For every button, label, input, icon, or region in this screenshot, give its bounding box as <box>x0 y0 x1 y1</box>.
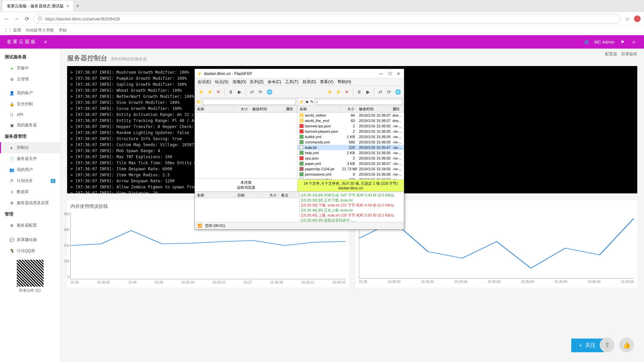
file-row[interactable]: bukkit.yml 1 KB 2019/1/16 15:36:05 -rw-.… <box>298 134 404 139</box>
connect-icon[interactable]: ⚡ <box>325 88 333 96</box>
url-bar[interactable]: ⓘ https://docker.i8mc.cn/server/820/6418 <box>34 14 621 23</box>
user-label: MC Admin <box>594 40 614 45</box>
close-button[interactable]: ✕ <box>395 71 402 76</box>
file-row[interactable]: server.properties 772 2019/1/16 15:36:07… <box>298 177 404 179</box>
forward-button[interactable]: → <box>13 15 20 22</box>
transfer-icon[interactable]: ⇄ <box>376 88 384 96</box>
pause-icon[interactable]: ⏸ <box>227 88 235 96</box>
file-row[interactable]: eula.txt 220 2019/1/16 15:35:47 -rw-... <box>298 145 404 150</box>
globe-icon[interactable]: 🌐 <box>265 88 273 96</box>
sidebar-item-account[interactable]: 👤我的账户 <box>0 87 60 99</box>
bookmark-start[interactable]: 开始 <box>59 27 67 33</box>
file-row[interactable]: paper.yml 3 KB 2019/1/16 15:36:07 -rw-..… <box>298 161 404 166</box>
col-size[interactable]: 大小 <box>233 106 250 112</box>
tab-deploy[interactable]: 部署版权 <box>621 51 637 57</box>
tab-bar: 老莱云面板 - 服务器状态 测试版 × + <box>0 0 644 12</box>
like-button[interactable]: 👍 <box>619 338 634 352</box>
transfer-log[interactable]: [15:35:24] [R] 列表完成: 547 字节 耗时 0.43 秒 (0… <box>300 192 404 222</box>
menu-item[interactable]: 选项(O) <box>232 79 246 85</box>
connect-icon[interactable]: ⚡ <box>197 88 205 96</box>
sidebar-footer-1[interactable]: 💬原享建站服 <box>0 234 60 245</box>
tab-config[interactable]: 配置器 <box>605 51 617 57</box>
follow-button[interactable]: +关注 <box>571 339 604 352</box>
remote-file-list[interactable]: world_nether 84 2019/1/16 15:36:07 drw..… <box>298 113 404 179</box>
file-row[interactable]: permissions.yml 0 2019/1/16 15:36:06 -rw… <box>298 172 404 177</box>
globe-icon[interactable]: 🌐 <box>394 88 402 96</box>
lightning-icon[interactable]: ⚡ <box>299 100 304 104</box>
play-icon[interactable]: ▶ <box>364 88 372 96</box>
col-size[interactable]: 大小 <box>340 106 357 112</box>
queue-list[interactable] <box>195 198 299 222</box>
sidebar-item-database[interactable]: ≡数据库 <box>0 186 60 197</box>
local-path-input[interactable] <box>203 99 296 105</box>
folder-icon[interactable]: 📁 <box>196 100 201 104</box>
menu-item[interactable]: 站点(S) <box>215 79 228 85</box>
file-row[interactable]: help.yml 2 KB 2019/1/16 15:36:05 -rw-... <box>298 150 404 156</box>
refresh-icon[interactable]: ⟳ <box>385 88 393 96</box>
play-icon[interactable]: ▶ <box>235 88 244 96</box>
sidebar-item-settings[interactable]: ⚙服务器信息及设置 <box>0 197 60 208</box>
notify-icon[interactable]: ⚑ <box>619 39 626 45</box>
sidebar-item-servers[interactable]: ▣我的服务器 <box>0 120 60 131</box>
sidebar-item-manage[interactable]: ⚙主管理 <box>0 74 60 85</box>
window-titlebar[interactable]: ⚡ docker.i8mc.cn - FlashFXP — ☐ ✕ <box>195 69 404 78</box>
sidebar-item-schedule[interactable]: ⏱计划任务N <box>0 175 60 186</box>
browser-tab[interactable]: 老莱云面板 - 服务器状态 测试版 × <box>3 1 73 11</box>
file-row[interactable]: paperclip-1104.jar 21.73 MB 2019/1/16 15… <box>298 166 404 172</box>
disconnect-icon[interactable]: ⚡ <box>206 88 214 96</box>
menu-item[interactable]: 目录(D) <box>303 79 316 85</box>
sidebar-item-files[interactable]: 📄服务器文件 <box>0 153 60 164</box>
new-tab-button[interactable]: + <box>76 3 79 10</box>
file-row[interactable]: commands.yml 580 2019/1/16 15:36:05 -rw-… <box>298 139 404 145</box>
menu-icon[interactable]: ≡ <box>42 39 49 45</box>
logout-icon[interactable]: ⎋ <box>631 39 637 45</box>
disconnect-icon[interactable]: ⚡ <box>334 88 342 96</box>
back-button[interactable]: ← <box>3 15 10 22</box>
file-row[interactable]: banned-ips.json 2 2019/1/16 15:36:05 -rw… <box>298 123 404 129</box>
menu-item[interactable]: 会话(E) <box>198 79 211 85</box>
col-name[interactable]: 名称 <box>195 106 233 112</box>
col-date[interactable]: 修改时间 <box>357 106 390 112</box>
share-button[interactable]: ⇧ <box>600 338 614 352</box>
file-row[interactable]: world_the_end 83 2019/1/16 15:36:07 drw.… <box>298 118 404 123</box>
pause-icon[interactable]: ⏸ <box>355 88 363 96</box>
profile-icon[interactable] <box>634 15 641 22</box>
transfer-icon[interactable]: ⇄ <box>248 88 256 96</box>
lock-icon: ⓘ <box>38 16 42 22</box>
menu-item[interactable]: 命令(C) <box>268 79 281 85</box>
star-icon[interactable]: ★ <box>305 100 309 104</box>
close-icon[interactable]: × <box>66 3 69 9</box>
star-icon[interactable]: ☆ <box>624 15 631 22</box>
refresh-icon[interactable]: ⟳ <box>257 88 265 96</box>
menu-item[interactable]: 帮助(H) <box>337 79 351 85</box>
col-attr[interactable]: 属性 <box>284 106 297 112</box>
json-icon <box>300 156 304 160</box>
file-row[interactable]: banned-players.json 2 2019/1/16 15:36:05… <box>298 129 404 134</box>
sidebar-item-running[interactable]: ●开服中 <box>0 63 60 74</box>
col-name[interactable]: 名称 <box>298 106 340 112</box>
abort-icon[interactable]: ✕ <box>343 88 351 96</box>
sidebar-item-config[interactable]: ⚙服务器配置 <box>0 220 60 231</box>
minimize-button[interactable]: — <box>378 71 384 76</box>
sidebar-item-users[interactable]: 👥我的用户 <box>0 164 60 175</box>
menu-item[interactable]: 队列(Z) <box>250 79 263 85</box>
local-file-list[interactable] <box>195 113 297 178</box>
reload-button[interactable]: ⟳ <box>23 15 30 22</box>
remote-path-input[interactable] <box>315 99 402 105</box>
menu-item[interactable]: 查看(V) <box>320 79 333 85</box>
wand-icon[interactable]: ✎ <box>310 100 314 104</box>
sidebar-item-console[interactable]: ▸控制台 <box>0 142 60 153</box>
file-row[interactable]: ops.json 2 2019/1/16 15:36:05 -rw-... <box>298 156 404 161</box>
menu-item[interactable]: 工具(T) <box>285 79 298 85</box>
sidebar-item-security[interactable]: 🔒安全控制 <box>0 99 60 110</box>
apps-button[interactable]: ⋮⋮ 应用 <box>4 27 21 33</box>
maximize-button[interactable]: ☐ <box>386 71 393 76</box>
power-icon[interactable]: ⏻ <box>583 39 590 45</box>
abort-icon[interactable]: ✕ <box>214 88 222 96</box>
col-date[interactable]: 修改时间 <box>250 106 284 112</box>
file-icon: 📄 <box>9 157 14 161</box>
sidebar-item-api[interactable]: ⟨⟩API <box>0 110 60 120</box>
sidebar-footer-2[interactable]: 🐧讨论QQ群 <box>0 245 60 256</box>
file-row[interactable]: world_nether 84 2019/1/16 15:36:07 drw..… <box>298 113 404 118</box>
col-attr[interactable]: 属性 <box>390 106 404 112</box>
